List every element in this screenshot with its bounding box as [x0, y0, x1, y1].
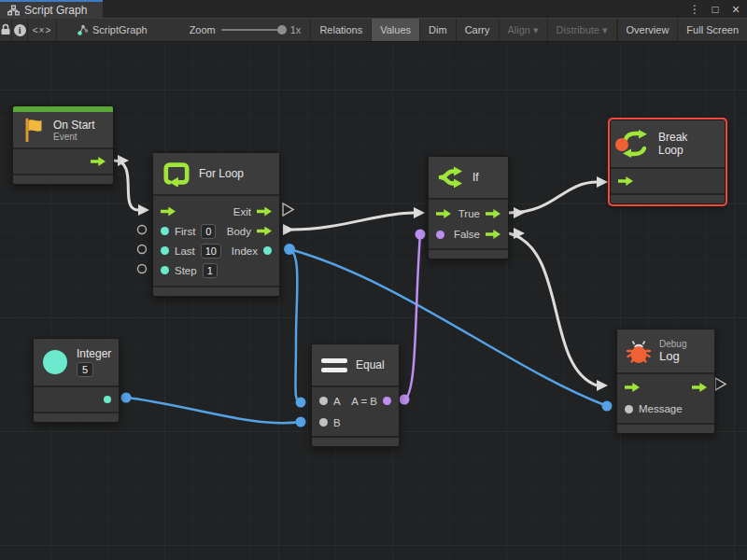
- port-label: A = B: [351, 396, 377, 407]
- node-subtitle: Event: [53, 132, 95, 142]
- node-footer: [13, 175, 113, 184]
- window-maximize-icon[interactable]: □: [708, 3, 723, 16]
- zoom-slider[interactable]: [221, 29, 285, 31]
- last-value-field[interactable]: 10: [201, 244, 221, 259]
- step-value-field[interactable]: 1: [203, 263, 218, 278]
- last-input-port[interactable]: [161, 246, 169, 255]
- node-footer: [153, 287, 279, 296]
- node-debug-log[interactable]: Debug Log Message: [616, 329, 715, 434]
- graph-toolbar: i <×> ScriptGraph Zoom 1x Relations Valu…: [0, 18, 747, 42]
- node-for-loop[interactable]: For Loop Exit First0 Body Last10 Index S…: [152, 152, 280, 297]
- port-label: Body: [227, 226, 251, 237]
- port-label: Last: [175, 245, 195, 257]
- node-title: Equal: [356, 358, 385, 371]
- carry-button[interactable]: Carry: [457, 19, 500, 41]
- node-footer: [312, 438, 399, 446]
- port-label: False: [454, 229, 480, 240]
- result-output-port[interactable]: [383, 397, 391, 405]
- overview-button[interactable]: Overview: [617, 19, 679, 41]
- graph-hierarchy-icon: [7, 5, 20, 16]
- graph-name[interactable]: ScriptGraph: [68, 19, 156, 41]
- flow-input-port[interactable]: [618, 176, 633, 186]
- port-label: Step: [175, 265, 197, 276]
- condition-input-port[interactable]: [436, 231, 444, 239]
- port-label: True: [458, 208, 480, 219]
- b-input-port[interactable]: [319, 418, 328, 427]
- tab-title: Script Graph: [24, 4, 87, 17]
- chevron-down-icon: ▾: [602, 24, 608, 36]
- a-input-port[interactable]: [319, 397, 328, 405]
- script-graph-window: Script Graph ⋮ □ × i <×> ScriptGraph Zoo…: [0, 0, 747, 560]
- window-menu-icon[interactable]: ⋮: [687, 3, 702, 16]
- integer-icon: [43, 350, 67, 374]
- lock-icon: [0, 23, 11, 37]
- loop-icon: [162, 161, 190, 187]
- lock-button[interactable]: [0, 19, 12, 41]
- port-label: B: [333, 417, 341, 428]
- port-label: Exit: [233, 206, 251, 217]
- first-input-port[interactable]: [161, 227, 169, 235]
- tab-bar: Script Graph ⋮ □ ×: [0, 0, 747, 18]
- equals-icon: [321, 358, 347, 372]
- code-view-button[interactable]: <×>: [28, 19, 57, 41]
- node-integer[interactable]: Integer 5: [33, 338, 120, 423]
- node-subtitle: Debug: [659, 339, 686, 349]
- node-equal[interactable]: Equal A A = B B: [311, 343, 400, 447]
- body-output-port[interactable]: [257, 227, 272, 236]
- chevron-down-icon: ▾: [533, 24, 539, 36]
- node-if[interactable]: If True False: [428, 156, 509, 259]
- value-output-port[interactable]: [104, 396, 111, 403]
- node-title: For Loop: [199, 167, 244, 180]
- info-icon: i: [14, 24, 26, 36]
- node-title: If: [472, 171, 479, 184]
- node-break-loop[interactable]: Break Loop: [610, 119, 726, 204]
- zoom-value: 1x: [290, 24, 302, 35]
- zoom-slider-knob[interactable]: [277, 25, 287, 35]
- bug-icon: [627, 339, 651, 364]
- node-footer: [617, 425, 714, 433]
- flow-output-port[interactable]: [91, 157, 106, 166]
- window-close-icon[interactable]: ×: [728, 2, 743, 17]
- node-title: Log: [659, 349, 686, 363]
- false-output-port[interactable]: [486, 230, 500, 239]
- zoom-label: Zoom: [190, 24, 216, 35]
- port-label: A: [333, 396, 341, 407]
- port-label: First: [175, 226, 195, 237]
- values-button[interactable]: Values: [372, 19, 420, 41]
- node-on-start[interactable]: On Start Event: [12, 105, 114, 185]
- port-label: Index: [232, 245, 258, 257]
- script-graph-icon: [77, 23, 90, 36]
- flow-input-port[interactable]: [161, 207, 176, 217]
- message-input-port[interactable]: [625, 405, 633, 413]
- flag-icon: [22, 118, 45, 142]
- integer-value-field[interactable]: 5: [77, 362, 93, 377]
- flow-input-port[interactable]: [625, 383, 640, 392]
- node-footer: [34, 413, 119, 422]
- breakpoint-dot: [615, 138, 628, 151]
- node-footer: [429, 250, 508, 259]
- align-dropdown[interactable]: Align ▾: [500, 19, 548, 41]
- node-title: On Start: [53, 119, 95, 132]
- step-input-port[interactable]: [161, 266, 169, 274]
- dim-button[interactable]: Dim: [420, 19, 457, 41]
- flow-output-port[interactable]: [692, 383, 707, 392]
- port-label: Message: [639, 403, 683, 414]
- branch-icon: [438, 165, 464, 189]
- flow-input-port[interactable]: [436, 209, 451, 218]
- first-value-field[interactable]: 0: [201, 224, 216, 239]
- info-button[interactable]: i: [12, 19, 28, 41]
- node-title: Break Loop: [658, 131, 715, 157]
- node-title: Integer: [77, 347, 111, 360]
- index-output-port[interactable]: [263, 246, 272, 255]
- full-screen-button[interactable]: Full Screen: [678, 19, 747, 41]
- break-loop-icon: [620, 130, 650, 158]
- tab-script-graph[interactable]: Script Graph: [0, 0, 103, 18]
- relations-button[interactable]: Relations: [310, 19, 372, 41]
- true-output-port[interactable]: [486, 209, 500, 218]
- code-icon: <×>: [33, 25, 52, 35]
- distribute-dropdown[interactable]: Distribute ▾: [548, 19, 617, 41]
- node-footer: [611, 195, 725, 203]
- exit-output-port[interactable]: [257, 207, 272, 217]
